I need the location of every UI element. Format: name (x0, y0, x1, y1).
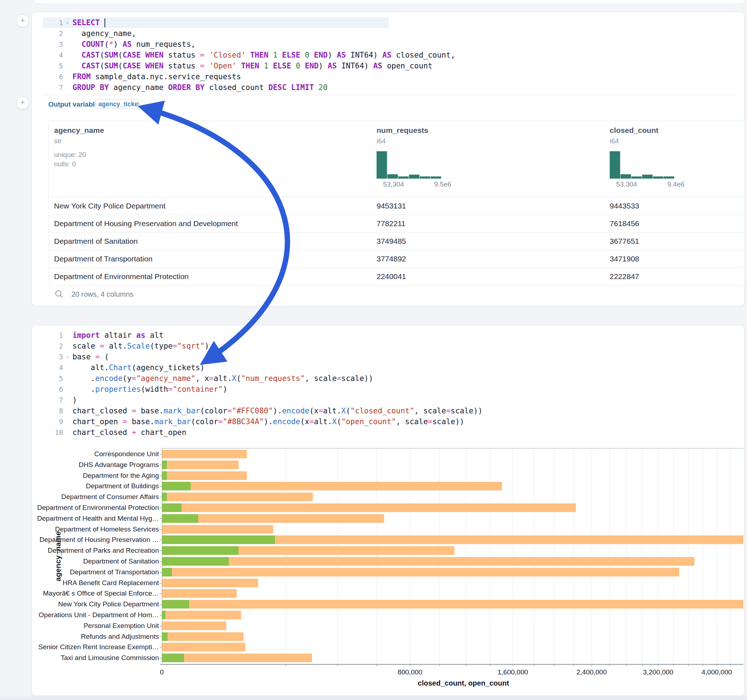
gridline (490, 448, 490, 664)
bar-closed-count (162, 643, 245, 652)
bar-closed-count (162, 589, 237, 598)
code-token: ) (113, 39, 122, 50)
table-row[interactable]: Department of Environmental Protection22… (48, 267, 744, 285)
code-token (291, 60, 296, 71)
previous-cell-fragment (34, 0, 744, 4)
column-header[interactable]: num_requests (377, 126, 428, 135)
bar-open-count (162, 632, 168, 641)
histogram-max-label: 9.4e6 (667, 180, 685, 188)
y-tick-label: Operations Unit - Department of Hom… (39, 611, 159, 619)
y-tick-label: Correspondence Unit (94, 450, 159, 458)
gridline (513, 448, 513, 664)
code-line[interactable]: 3 COUNT(*) AS num_requests, (47, 39, 731, 50)
column-header[interactable]: closed_count (610, 126, 658, 135)
table-cell: 3749485 (377, 237, 406, 246)
code-token: ) (328, 50, 337, 60)
table-row[interactable]: Department of Transportation377489234719… (48, 250, 744, 268)
code-line[interactable]: 1⌄SELECT (47, 17, 731, 28)
y-tick-label: Mayorâ€ s Office of Special Enforce… (43, 590, 159, 597)
code-line[interactable]: 7GROUP BY agency_name ORDER BY closed_co… (47, 82, 731, 93)
code-line[interactable]: 2 agency_name, (47, 28, 731, 39)
output-variable-chip[interactable]: agency_tickets (95, 99, 139, 109)
y-tick-label: Department of Transportation (70, 568, 159, 576)
y-axis-tick (160, 583, 162, 583)
y-axis-tick (160, 476, 162, 476)
code-token: sample_data.nyc.service_requests (91, 71, 241, 82)
code-token (205, 60, 209, 71)
bar-open-count (162, 557, 229, 566)
code-token (141, 50, 145, 60)
code-token: agency_name, (73, 28, 136, 39)
y-axis-tick (160, 486, 162, 486)
gridline (658, 448, 658, 664)
code-token (236, 60, 241, 71)
sql-code-editor[interactable]: 1⌄SELECT 2 agency_name,3 COUNT(*) AS num… (47, 17, 731, 93)
code-line[interactable]: 6FROM sample_data.nyc.service_requests (47, 71, 731, 82)
code-token (73, 50, 82, 60)
table-row[interactable]: New York City Police Department945313194… (48, 197, 744, 215)
bar-open-count (162, 514, 198, 523)
code-token: agency_name (109, 82, 168, 93)
code-token: ) (319, 60, 328, 71)
bar-open-count (162, 536, 275, 544)
x-tick-label: 800,000 (398, 668, 422, 676)
code-token: FROM (73, 71, 91, 82)
bar-open-count (162, 546, 239, 555)
y-axis-tick (160, 454, 162, 454)
bar-closed-count (162, 450, 247, 459)
add-cell-button[interactable]: + (16, 14, 29, 27)
x-tick-label: 1,600,000 (497, 668, 528, 676)
code-line[interactable]: 5 CAST(SUM(CASE WHEN status = 'Open' THE… (47, 60, 731, 71)
gridline (703, 448, 703, 664)
column-stat: unique: 20 (54, 151, 86, 159)
table-cell: New York City Police Department (54, 202, 165, 210)
output-variable-label: Output variable: (48, 101, 101, 109)
y-axis-tick (160, 647, 162, 647)
gridline (688, 448, 689, 664)
table-cell: 7782211 (377, 219, 405, 228)
fold-chevron-icon[interactable]: ⌄ (66, 16, 73, 27)
histogram-bin (387, 174, 398, 179)
code-line[interactable]: 4 CAST(SUM(CASE WHEN status = 'Closed' T… (47, 50, 731, 60)
table-row-count: 20 rows, 4 columns (71, 290, 133, 299)
y-axis-tick (160, 615, 162, 616)
code-token: AS (122, 39, 132, 50)
code-token (100, 17, 104, 28)
code-token: LIMIT (291, 82, 314, 93)
column-type: i64 (610, 137, 619, 145)
code-token (141, 60, 145, 71)
add-cell-button[interactable]: + (16, 97, 29, 109)
table-row[interactable]: Department of Sanitation37494853677651 (48, 232, 744, 250)
code-token: SELECT (73, 17, 100, 28)
bar-open-count (162, 600, 189, 608)
code-token: ( (100, 60, 104, 71)
line-number: 3 (47, 39, 66, 50)
y-axis-tick (160, 465, 162, 465)
gridline (592, 448, 592, 664)
histogram (377, 151, 441, 179)
code-token: THEN (250, 50, 268, 60)
y-axis-tick (160, 637, 162, 637)
column-header[interactable]: agency_name (54, 126, 104, 135)
y-axis-tick (160, 626, 162, 626)
page-bottom-strip (0, 696, 747, 700)
search-icon[interactable] (54, 290, 64, 300)
x-tick-label: 0 (160, 668, 164, 676)
table-row[interactable]: Department of Housing Preservation and D… (48, 214, 744, 232)
bar-closed-count (162, 493, 313, 501)
y-tick-label: HRA Benefit Card Replacement (63, 579, 159, 587)
table-cell: 9453131 (377, 202, 406, 210)
y-tick-label: Department of Homeless Services (55, 525, 159, 533)
y-axis-tick (160, 508, 162, 508)
code-token: WHEN (145, 60, 163, 71)
histogram-bin (420, 177, 430, 179)
table-cell: Department of Environmental Protection (54, 272, 189, 281)
code-token (314, 82, 319, 93)
code-token: num_requests, (132, 39, 195, 50)
code-token: CASE (122, 60, 141, 71)
histogram-bin (431, 177, 441, 179)
bar-open-count (162, 460, 167, 469)
bar-closed-count (162, 632, 243, 641)
code-token: open_count (382, 60, 432, 71)
bar-closed-count (162, 503, 576, 512)
